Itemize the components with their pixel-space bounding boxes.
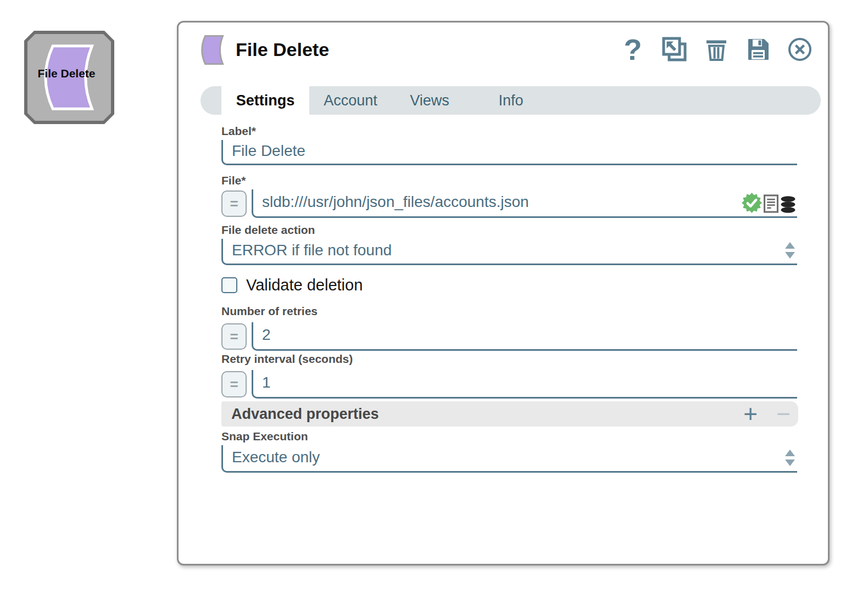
file-field-label: File* [221, 174, 246, 187]
number-of-retries-input[interactable] [252, 322, 797, 351]
advanced-properties-title: Advanced properties [221, 406, 379, 423]
dialog-title: File Delete [236, 39, 329, 60]
dialog-snap-icon [198, 35, 227, 65]
tab-views-label: Views [410, 92, 449, 109]
retry-interval-label: Retry interval (seconds) [221, 352, 353, 366]
close-button[interactable] [787, 37, 813, 62]
validation-success-icon [742, 193, 762, 213]
tab-account[interactable]: Account [318, 86, 383, 115]
advanced-properties-header: Advanced properties + − [221, 401, 798, 427]
validate-deletion-checkbox[interactable] [221, 277, 237, 293]
suggest-document-icon[interactable] [764, 194, 778, 213]
validate-deletion-label: Validate deletion [246, 276, 363, 294]
retries-expression-toggle[interactable]: = [221, 323, 247, 350]
close-icon [787, 37, 813, 62]
tab-settings[interactable]: Settings [221, 86, 309, 115]
select-spinner-icon [785, 242, 795, 259]
dialog-action-buttons: ? [620, 37, 813, 62]
save-button[interactable] [745, 37, 771, 62]
file-delete-action-label: File delete action [221, 223, 315, 237]
snap-execution-select[interactable]: Execute only [221, 445, 797, 473]
popout-button[interactable] [662, 37, 687, 62]
tab-info[interactable]: Info [483, 86, 538, 115]
tab-account-label: Account [324, 92, 377, 109]
file-delete-action-value: ERROR if file not found [232, 242, 392, 259]
label-field-label: Label* [221, 125, 256, 138]
retry-interval-input[interactable] [252, 370, 797, 399]
validate-deletion-row: Validate deletion [221, 276, 363, 294]
remove-row-button[interactable]: − [776, 401, 791, 427]
save-floppy-icon [745, 37, 771, 62]
label-field-input[interactable] [221, 140, 797, 165]
tab-views[interactable]: Views [402, 86, 457, 115]
tab-info-label: Info [498, 92, 523, 109]
snap-settings-dialog: File Delete ? [177, 21, 830, 565]
tab-bar: Settings Account Views Info [201, 86, 821, 115]
tab-settings-label: Settings [236, 92, 295, 109]
file-expression-toggle[interactable]: = [221, 190, 247, 217]
sldb-database-icon[interactable] [780, 196, 796, 213]
interval-expression-toggle[interactable]: = [221, 371, 247, 397]
snap-tile-file-delete[interactable]: File Delete [24, 31, 114, 124]
add-row-button[interactable]: + [743, 401, 758, 427]
select-spinner-icon [785, 450, 795, 466]
help-button[interactable]: ? [620, 37, 646, 62]
file-field-value: sldb:///usr/john/json_files/accounts.jso… [262, 193, 529, 211]
file-field-input[interactable]: sldb:///usr/john/json_files/accounts.jso… [252, 189, 797, 218]
popout-icon [662, 37, 687, 62]
help-icon: ? [624, 37, 642, 62]
canvas: File Delete File Delete ? [0, 0, 868, 594]
number-of-retries-label: Number of retries [221, 305, 318, 318]
trash-icon [704, 37, 729, 62]
snap-tile-label: File Delete [24, 67, 109, 80]
snap-execution-label: Snap Execution [221, 430, 308, 443]
file-field-status-icons [742, 193, 796, 213]
delete-snap-button[interactable] [704, 37, 729, 62]
snap-execution-value: Execute only [232, 449, 320, 466]
file-delete-action-select[interactable]: ERROR if file not found [221, 239, 797, 265]
